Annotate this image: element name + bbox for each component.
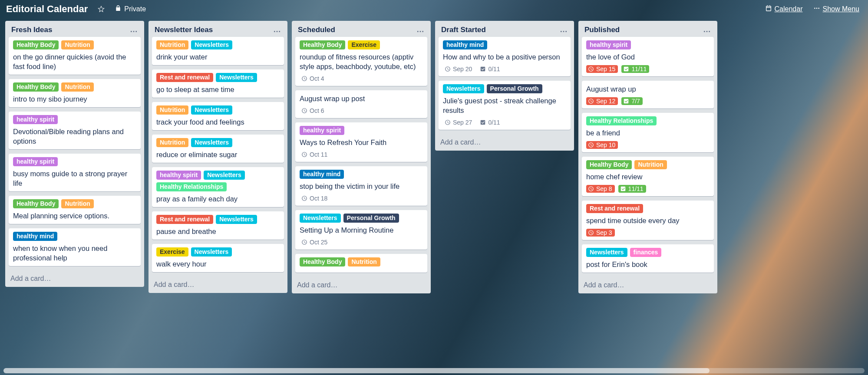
board-canvas[interactable]: Fresh Ideas…Healthy BodyNutritionon the … bbox=[0, 19, 868, 375]
add-card-button[interactable]: Add a card… bbox=[292, 278, 431, 293]
list-cards[interactable]: Healthy BodyNutritionon the go dinner qu… bbox=[5, 37, 144, 271]
card[interactable]: ExerciseNewsletterswalk every hour bbox=[152, 244, 284, 272]
list-menu-icon[interactable]: … bbox=[128, 25, 140, 34]
card[interactable]: Healthy Relationshipsbe a friendSep 10 bbox=[582, 113, 714, 152]
add-card-button[interactable]: Add a card… bbox=[149, 277, 287, 293]
due-badge[interactable]: Sep 12 bbox=[586, 97, 618, 105]
due-badge[interactable]: Oct 4 bbox=[300, 75, 327, 82]
label[interactable]: Nutrition bbox=[156, 105, 188, 115]
label[interactable]: Newsletters bbox=[191, 247, 232, 257]
list-menu-icon[interactable]: … bbox=[271, 25, 283, 34]
card[interactable]: healthy spiritWays to Refresh Your Faith… bbox=[295, 122, 427, 162]
label[interactable]: Newsletters bbox=[443, 84, 484, 93]
label[interactable]: Healthy Body bbox=[300, 40, 345, 49]
label[interactable]: Nutrition bbox=[348, 257, 380, 266]
checklist-badge[interactable]: 11/11 bbox=[621, 65, 649, 73]
card[interactable]: healthy spiritbusy moms guide to a stron… bbox=[9, 154, 141, 191]
due-badge[interactable]: Sep 3 bbox=[586, 229, 615, 237]
card[interactable]: NutritionNewslettersreduce or eliminate … bbox=[152, 135, 284, 163]
label[interactable]: Nutrition bbox=[156, 138, 188, 147]
label[interactable]: healthy mind bbox=[13, 232, 57, 241]
label[interactable]: Healthy Body bbox=[13, 82, 59, 92]
card[interactable]: NutritionNewsletterstrack your food and … bbox=[152, 102, 284, 130]
list-menu-icon[interactable]: … bbox=[701, 25, 713, 34]
list-menu-icon[interactable]: … bbox=[415, 25, 426, 34]
label[interactable]: Healthy Body bbox=[300, 257, 345, 266]
checklist-badge[interactable]: 11/11 bbox=[618, 185, 646, 193]
label[interactable]: Healthy Relationships bbox=[586, 116, 657, 125]
card[interactable]: healthy spiritNewslettersHealthy Relatio… bbox=[152, 167, 284, 207]
checklist-badge[interactable]: 0/11 bbox=[478, 65, 502, 73]
list-header[interactable]: Draft Started… bbox=[435, 21, 574, 37]
card[interactable]: Newslettersfinancespost for Erin's book bbox=[582, 244, 714, 273]
label[interactable]: healthy spirit bbox=[13, 115, 58, 124]
card[interactable]: healthy mindstop being the victim in you… bbox=[295, 166, 427, 206]
label[interactable]: Newsletters bbox=[191, 40, 232, 49]
card[interactable]: NewslettersPersonal GrowthJulie's guest … bbox=[439, 81, 571, 130]
label[interactable]: Nutrition bbox=[61, 40, 93, 49]
card[interactable]: healthy mindwhen to know when you need p… bbox=[9, 228, 141, 266]
card[interactable]: NewslettersPersonal GrowthSetting Up a M… bbox=[295, 210, 427, 250]
label[interactable]: finances bbox=[630, 248, 662, 257]
label[interactable]: Exercise bbox=[348, 40, 380, 49]
card[interactable]: August wrap up postOct 6 bbox=[295, 90, 427, 118]
card[interactable]: Rest and renewalNewslettersgo to sleep a… bbox=[152, 69, 284, 98]
horizontal-scrollbar[interactable] bbox=[3, 368, 865, 373]
card[interactable]: healthy mindHow and why to be a positive… bbox=[439, 37, 571, 76]
checklist-badge[interactable]: 7/7 bbox=[621, 97, 642, 105]
due-badge[interactable]: Sep 20 bbox=[443, 65, 475, 73]
label[interactable]: healthy spirit bbox=[300, 126, 344, 135]
label[interactable]: Newsletters bbox=[191, 105, 232, 115]
due-badge[interactable]: Sep 8 bbox=[586, 185, 615, 193]
label[interactable]: Personal Growth bbox=[487, 84, 542, 93]
card[interactable]: NutritionNewslettersdrink your water bbox=[152, 37, 284, 65]
checklist-badge[interactable]: 0/11 bbox=[478, 118, 502, 126]
label[interactable]: healthy spirit bbox=[13, 157, 58, 166]
label[interactable]: Nutrition bbox=[156, 40, 188, 49]
label[interactable]: Newsletters bbox=[204, 171, 245, 180]
due-badge[interactable]: Sep 10 bbox=[586, 141, 618, 149]
due-badge[interactable]: Oct 18 bbox=[300, 194, 330, 202]
show-menu-link[interactable]: Show Menu bbox=[809, 3, 864, 16]
calendar-link[interactable]: Calendar bbox=[761, 3, 807, 16]
label[interactable]: Newsletters bbox=[216, 215, 257, 224]
label[interactable]: healthy mind bbox=[443, 40, 487, 49]
label[interactable]: Rest and renewal bbox=[156, 73, 213, 82]
due-badge[interactable]: Sep 15 bbox=[586, 65, 618, 73]
due-badge[interactable]: Oct 11 bbox=[300, 151, 330, 158]
due-badge[interactable]: Oct 6 bbox=[300, 107, 327, 115]
card[interactable]: Rest and renewalNewsletterspause and bre… bbox=[152, 211, 284, 240]
add-card-button[interactable]: Add a card… bbox=[578, 278, 717, 293]
list-header[interactable]: Published… bbox=[578, 21, 717, 37]
label[interactable]: Healthy Relationships bbox=[156, 182, 227, 191]
label[interactable]: healthy spirit bbox=[156, 171, 201, 180]
due-badge[interactable]: Oct 25 bbox=[300, 238, 330, 246]
label[interactable]: Nutrition bbox=[634, 160, 667, 169]
label[interactable]: healthy spirit bbox=[586, 40, 631, 49]
card[interactable]: Healthy BodyExerciseroundup of fitness r… bbox=[295, 37, 427, 86]
card[interactable]: August wrap upSep 127/7 bbox=[582, 81, 714, 109]
label[interactable]: Nutrition bbox=[61, 82, 93, 92]
label[interactable]: healthy mind bbox=[300, 170, 344, 179]
card[interactable]: healthy spiritDevotional/Bible reading p… bbox=[9, 112, 141, 149]
list-menu-icon[interactable]: … bbox=[558, 25, 570, 34]
card[interactable]: Healthy BodyNutritionMeal planning servi… bbox=[9, 196, 141, 224]
label[interactable]: Healthy Body bbox=[13, 199, 59, 208]
list-header[interactable]: Newsletter Ideas… bbox=[149, 21, 287, 37]
list-header[interactable]: Fresh Ideas… bbox=[5, 21, 144, 37]
star-icon[interactable] bbox=[94, 2, 109, 16]
card[interactable]: Healthy BodyNutritionintro to my sibo jo… bbox=[9, 79, 141, 107]
card[interactable]: Healthy BodyNutritionhome chef reviewSep… bbox=[582, 157, 714, 196]
add-card-button[interactable]: Add a card… bbox=[435, 135, 574, 151]
label[interactable]: Newsletters bbox=[300, 214, 341, 223]
card[interactable]: healthy spiritthe love of GodSep 1511/11 bbox=[582, 37, 714, 76]
list-cards[interactable]: Healthy BodyExerciseroundup of fitness r… bbox=[292, 37, 431, 278]
label[interactable]: Healthy Body bbox=[13, 40, 59, 49]
label[interactable]: Personal Growth bbox=[343, 214, 399, 223]
card[interactable]: Rest and renewalspend time outside every… bbox=[582, 201, 714, 240]
label[interactable]: Nutrition bbox=[61, 199, 93, 208]
label[interactable]: Rest and renewal bbox=[156, 215, 213, 224]
label[interactable]: Healthy Body bbox=[586, 160, 632, 169]
scrollbar-thumb[interactable] bbox=[3, 368, 710, 373]
card[interactable]: Healthy BodyNutrition bbox=[295, 254, 427, 273]
